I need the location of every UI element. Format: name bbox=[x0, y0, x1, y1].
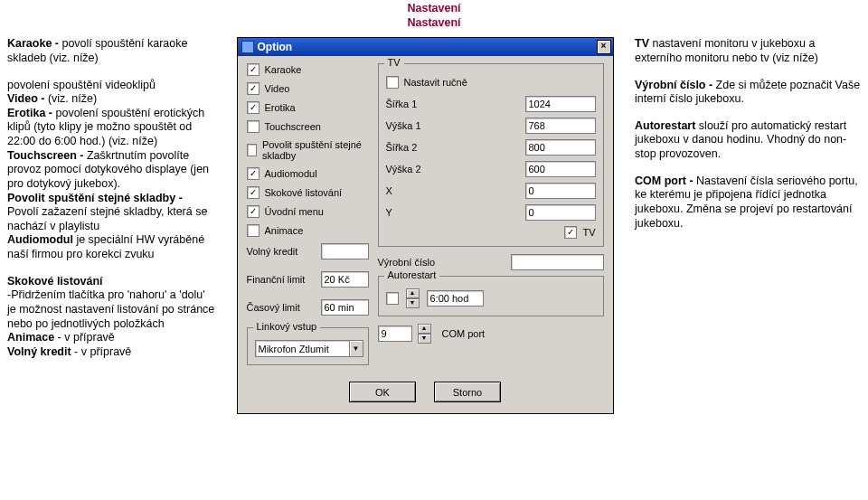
label-financni-limit: Finanční limit bbox=[247, 274, 316, 285]
input-sirka1[interactable]: 1024 bbox=[525, 96, 596, 112]
label-volny-kredit: Volný kredit bbox=[247, 246, 316, 257]
chk-label: Touchscreen bbox=[265, 121, 321, 132]
label-com: COM port bbox=[442, 328, 486, 339]
legend-linkov: Linkový vstup bbox=[253, 321, 321, 332]
app-icon bbox=[241, 41, 254, 53]
label-x: X bbox=[386, 185, 520, 196]
label-vyrobni: Výrobní číslo bbox=[378, 257, 505, 268]
chk-label: Karaoke bbox=[265, 64, 302, 75]
chk-label: Skokové listování bbox=[265, 187, 343, 198]
chk-label: Povolit spuštění stejné skladby bbox=[262, 139, 369, 161]
input-vyrobni[interactable] bbox=[511, 254, 604, 270]
page-title: Nastavení bbox=[0, 2, 868, 16]
option-dialog: Option × ✓Karaoke ✓Video ✓Erotika Touchs… bbox=[237, 37, 614, 414]
window-title: Option bbox=[258, 41, 293, 53]
input-com[interactable]: 9 bbox=[378, 325, 412, 342]
input-x[interactable]: 0 bbox=[525, 183, 596, 199]
cancel-button[interactable]: Storno bbox=[434, 382, 501, 402]
label-vyska1: Výška 1 bbox=[386, 120, 520, 131]
desc-autorestart: Autorestart slouží pro automatický resta… bbox=[635, 119, 861, 162]
spin-down-icon[interactable]: ▼ bbox=[406, 298, 420, 308]
input-sirka2[interactable]: 800 bbox=[525, 139, 596, 156]
checkbox-skokove[interactable]: ✓ bbox=[247, 186, 259, 199]
input-financni-limit[interactable]: 20 Kč bbox=[321, 271, 369, 288]
checkbox-karaoke[interactable]: ✓ bbox=[247, 63, 259, 76]
label-casovy-limit: Časový limit bbox=[247, 302, 316, 313]
input-autorestart[interactable]: 6:00 hod bbox=[427, 290, 484, 307]
desc-vyrobni: Výrobní číslo - Zde si můžete poznačit V… bbox=[635, 79, 861, 107]
checkbox-video[interactable]: ✓ bbox=[247, 82, 259, 95]
group-linkov: Linkový vstup Mikrofon Ztlumit ▼ bbox=[247, 327, 369, 365]
checkbox-nastavit-rucne[interactable] bbox=[386, 76, 399, 89]
chk-label: TV bbox=[582, 227, 595, 238]
chk-label: Video bbox=[265, 83, 290, 94]
right-description: TV nastavení monitoru v jukeboxu a exter… bbox=[635, 37, 861, 243]
chk-label: Úvodní menu bbox=[265, 206, 324, 217]
group-autorestart: Autorestart ▲ ▼ 6:00 h bbox=[378, 276, 604, 316]
input-vyska2[interactable]: 600 bbox=[525, 161, 596, 177]
desc-skokove: Skokové listování -Přidržením tlačítka p… bbox=[7, 275, 215, 360]
desc-com: COM port - Nastavení čísla seriového por… bbox=[635, 175, 861, 231]
spin-down-icon[interactable]: ▼ bbox=[418, 334, 431, 344]
legend-tv: TV bbox=[384, 57, 404, 68]
checkbox-touchscreen[interactable] bbox=[247, 120, 259, 133]
close-icon[interactable]: × bbox=[597, 40, 611, 54]
desc-tv: TV nastavení monitoru v jukeboxu a exter… bbox=[635, 37, 861, 65]
label-sirka2: Šířka 2 bbox=[386, 142, 520, 153]
chk-label: Erotika bbox=[265, 102, 296, 113]
checkbox-animace[interactable] bbox=[247, 224, 259, 237]
titlebar[interactable]: Option × bbox=[238, 38, 613, 56]
page-title: Nastavení bbox=[0, 16, 868, 31]
label-y: Y bbox=[386, 207, 520, 218]
group-tv: TV Nastavit ručně Šířka 11024 Výška 1768… bbox=[378, 63, 604, 247]
checkbox-same-track[interactable] bbox=[247, 144, 257, 156]
input-y[interactable]: 0 bbox=[525, 204, 596, 221]
left-description: Karaoke - povolí spouštění karaoke sklad… bbox=[7, 37, 215, 372]
checkbox-audiomodul[interactable]: ✓ bbox=[247, 167, 259, 180]
chk-label: Animace bbox=[265, 225, 304, 236]
input-volny-kredit[interactable] bbox=[321, 243, 369, 259]
ok-button[interactable]: OK bbox=[349, 382, 416, 402]
label-sirka1: Šířka 1 bbox=[386, 99, 520, 109]
spin-up-icon[interactable]: ▲ bbox=[406, 288, 420, 298]
legend-autorestart: Autorestart bbox=[384, 269, 440, 280]
checkbox-autorestart[interactable] bbox=[386, 292, 399, 305]
checkbox-erotika[interactable]: ✓ bbox=[247, 101, 259, 114]
spin-up-icon[interactable]: ▲ bbox=[418, 324, 431, 334]
chk-label: Nastavit ručně bbox=[404, 77, 467, 88]
label-vyska2: Výška 2 bbox=[386, 164, 520, 175]
chk-label: Audiomodul bbox=[265, 168, 317, 179]
chevron-down-icon[interactable]: ▼ bbox=[349, 341, 363, 356]
desc-karaoke: Karaoke - povolí spouštění karaoke sklad… bbox=[7, 37, 215, 65]
checkbox-uvodni[interactable]: ✓ bbox=[247, 205, 259, 218]
desc-video: povolení spouštění videoklipů Video - (v… bbox=[7, 79, 215, 262]
checkbox-tv[interactable]: ✓ bbox=[564, 226, 577, 239]
input-vyska1[interactable]: 768 bbox=[525, 118, 596, 134]
input-casovy-limit[interactable]: 60 min bbox=[321, 299, 369, 316]
select-linkov[interactable]: Mikrofon Ztlumit ▼ bbox=[255, 340, 363, 357]
